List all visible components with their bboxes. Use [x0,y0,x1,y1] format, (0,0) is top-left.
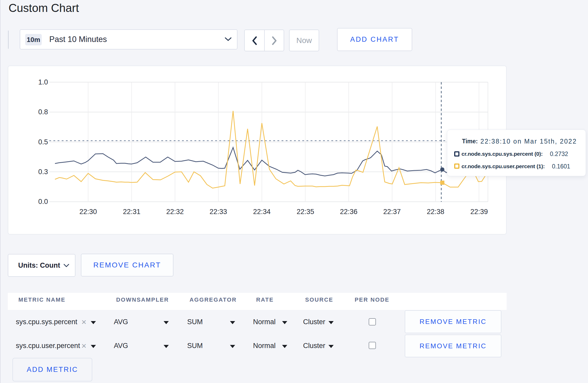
svg-text:1.0: 1.0 [38,78,48,86]
svg-text:0.0: 0.0 [38,198,48,205]
svg-text:22:35: 22:35 [297,208,314,216]
svg-text:22:39: 22:39 [470,208,488,216]
svg-text:22:33: 22:33 [209,208,227,216]
svg-text:22:34: 22:34 [253,208,271,216]
svg-text:22:38: 22:38 [427,208,444,216]
svg-text:0.8: 0.8 [38,108,48,116]
svg-text:22:37: 22:37 [383,208,401,216]
svg-text:22:30: 22:30 [79,208,97,216]
svg-text:22:32: 22:32 [166,208,184,216]
svg-text:22:36: 22:36 [340,208,358,216]
svg-text:0.3: 0.3 [38,168,48,176]
svg-text:0.5: 0.5 [38,138,48,146]
svg-text:22:31: 22:31 [123,208,141,216]
